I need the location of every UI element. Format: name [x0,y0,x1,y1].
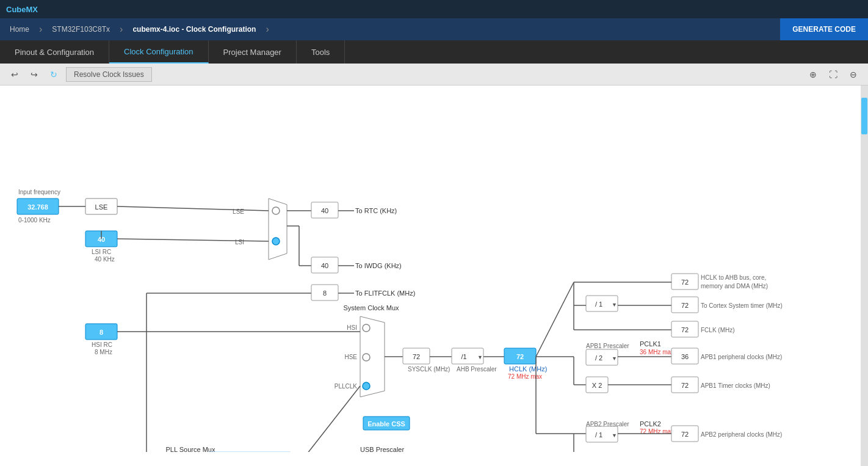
pllclk-sys-label: PLLCLK [335,383,358,390]
apb1-periph-label: APB1 peripheral clocks (MHz) [701,354,782,360]
tab-pinout[interactable]: Pinout & Configuration [0,40,109,64]
hsi-rc-value: 8 [99,329,103,336]
refresh-button[interactable]: ↻ [46,67,61,82]
tab-tools[interactable]: Tools [297,40,345,64]
lse-radio [272,207,280,214]
fit-button[interactable]: ⛶ [825,67,841,82]
hsi-rc-label: HSI RC [92,341,112,348]
tab-project[interactable]: Project Manager [209,40,297,64]
hclk-value: 72 [516,353,524,360]
fclk-value: 72 [681,326,689,333]
hse-sys-radio [363,354,370,361]
lsi-rc-label: LSI RC [92,249,111,255]
svg-text:▼: ▼ [477,354,483,360]
lse-line [117,206,269,211]
app-logo: CubeMX [6,5,38,14]
sysclk-value: 72 [413,353,420,360]
apb2-periph-label: APB2 peripheral clocks (MHz) [701,431,782,438]
pclk1-label: PCLK1 [640,340,661,348]
lsi-line [117,239,269,241]
main-content: Input frequency 32.768 0-1000 KHz LSE 40… [0,86,868,466]
enable-css-label: Enable CSS [367,420,405,428]
zoom-in-button[interactable]: ⊕ [806,67,820,82]
ahb-prescaler-label: AHB Prescaler [457,366,497,373]
tab-bar: Pinout & Configuration Clock Configurati… [0,40,868,64]
hsi-sys-label: HSI [347,324,357,331]
nav-bar: Home › STM32F103C8Tx › cubemx-4.ioc - Cl… [0,18,868,40]
svg-text:▼: ▼ [612,302,617,308]
toolbar: ↩ ↪ ↻ Resolve Clock Issues ⊕ ⛶ ⊖ [0,64,868,86]
hsi-sys-radio [363,324,370,332]
sys-clk-mux-label: System Clock Mux [343,304,399,311]
nav-sep-3: › [266,24,269,35]
tab-clock[interactable]: Clock Configuration [109,40,208,64]
cortex-div-value: / 1 [595,300,602,308]
nav-file[interactable]: cubemx-4.ioc - Clock Configuration [123,18,266,40]
sysclk-label: SYSCLK (MHz) [408,366,450,373]
clock-diagram-area[interactable]: Input frequency 32.768 0-1000 KHz LSE 40… [0,86,861,466]
iwdg-value: 40 [321,262,328,269]
pll-to-sysmux [292,386,360,452]
resolve-clock-button[interactable]: Resolve Clock Issues [66,67,152,82]
pclk1-max: 36 MHz max [640,349,674,355]
pclk2-label: PCLK2 [640,420,661,428]
apb2-div-value: / 1 [595,431,602,439]
hclk-ahb-value: 72 [681,279,689,286]
flit-label: To FLITFCLK (MHz) [355,289,415,297]
apb2-periph-value: 72 [681,431,689,438]
hclk-ahb-label: HCLK to AHB bus, core, [701,274,766,281]
nav-home[interactable]: Home [0,18,39,40]
lsi-rc-unit: 40 KHz [95,256,115,263]
usb-prescaler-label: USB Prescaler [360,446,404,452]
rtc-label: To RTC (KHz) [355,207,397,214]
svg-text:▼: ▼ [612,432,617,439]
apb1-periph-value: 36 [681,353,689,360]
zoom-out-button[interactable]: ⊖ [846,67,861,82]
scrollbar[interactable] [861,86,868,466]
pllclk-sys-radio-selected [363,382,370,390]
apb1-timer-mult: X 2 [592,382,602,389]
hclk-to-ahb-line [536,282,574,357]
iwdg-label: To IWDG (KHz) [355,262,402,269]
svg-text:▼: ▼ [612,355,617,362]
hsi-rc-unit: 8 MHz [95,349,112,355]
cortex-label: To Cortex System timer (MHz) [701,302,783,309]
apb1-timer-value: 72 [681,382,689,389]
apb1-div-value: / 2 [595,354,602,362]
hclk-ahb-label2: memory and DMA (MHz) [701,283,768,289]
lse-label: LSE [95,203,108,211]
pll-source-mux-label: PLL Source Mux [166,446,215,452]
redo-button[interactable]: ↪ [27,67,42,82]
undo-button[interactable]: ↩ [7,67,22,82]
fclk-label: FCLK (MHz) [701,327,735,333]
input-freq-top-value: 32.768 [27,203,48,211]
generate-code-button[interactable]: GENERATE CODE [780,18,868,40]
apb1-timer-label: APB1 Timer clocks (MHz) [701,382,770,389]
hclk-label: HCLK (MHz) [509,365,547,373]
rtc-value: 40 [321,207,328,214]
lsi-radio-selected [272,238,280,245]
nav-chip[interactable]: STM32F103C8Tx [42,18,120,40]
ahb-div-value: /1 [461,353,466,360]
apb1-prescaler-label: APB1 Prescaler [586,343,629,349]
top-bar: CubeMX [0,0,868,18]
cortex-value: 72 [681,302,689,309]
scrollbar-thumb[interactable] [861,98,867,134]
hclk-max: 72 MHz max [508,373,542,380]
input-freq-top-label: Input frequency [18,189,60,195]
clock-diagram-svg: Input frequency 32.768 0-1000 KHz LSE 40… [0,86,861,452]
input-freq-top-range: 0-1000 KHz [18,217,51,224]
lsi-mux-label: LSI [235,239,244,246]
hse-sys-label: HSE [344,354,357,360]
lse-mux-label: LSE [233,208,244,215]
flit-value: 8 [323,289,327,297]
